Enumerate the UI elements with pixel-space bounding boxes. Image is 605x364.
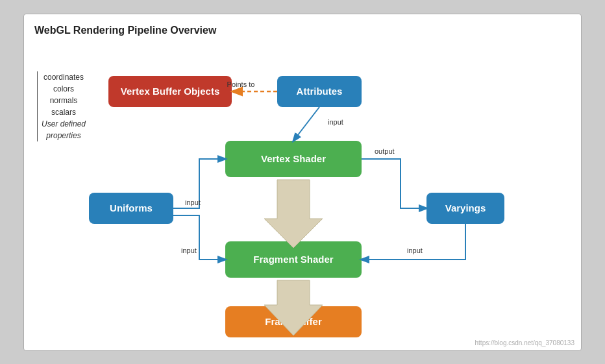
node-uniforms: Uniforms	[89, 193, 173, 224]
diagram-title: WebGL Rendering Pipeline Overview	[34, 25, 571, 36]
node-varyings: Varyings	[426, 193, 504, 224]
label-colors: colors	[42, 83, 86, 95]
label-input-vary-fs: input	[407, 247, 423, 254]
node-vbo: Vertex Buffer Objects	[108, 76, 232, 107]
watermark: https://blog.csdn.net/qq_37080133	[475, 339, 574, 346]
label-normals: normals	[42, 95, 86, 106]
label-user-defined: User defined	[42, 118, 86, 130]
diagram-container: WebGL Rendering Pipeline Overview coordi…	[23, 14, 582, 351]
svg-line-1	[293, 107, 319, 141]
arrows-svg: Points to input input output input input	[24, 14, 581, 350]
label-properties: properties	[42, 130, 86, 141]
label-input-unif-fs: input	[181, 247, 197, 254]
big-arrow-vs-fs	[264, 180, 323, 248]
label-output-vs: output	[375, 147, 395, 155]
node-fragment-shader: Fragment Shader	[225, 241, 362, 278]
node-framebuffer: Framebuffer	[225, 306, 362, 337]
label-input-attr-vs: input	[328, 118, 343, 126]
node-attributes: Attributes	[277, 76, 362, 107]
label-input-unif-vs: input	[185, 199, 201, 206]
label-coordinates: coordinates	[42, 71, 86, 83]
node-vertex-shader: Vertex Shader	[225, 141, 362, 177]
left-labels: coordinates colors normals scalars User …	[37, 71, 86, 141]
label-scalars: scalars	[42, 106, 86, 118]
